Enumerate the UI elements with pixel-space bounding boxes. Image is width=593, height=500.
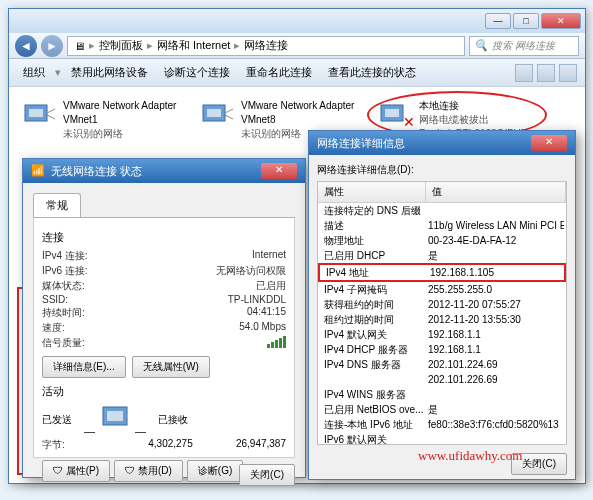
received-label: 已接收 [158,413,188,427]
forward-button[interactable]: ► [41,35,63,57]
details-grid: 属性 值 连接特定的 DNS 后缀描述11b/g Wireless LAN Mi… [317,181,567,445]
sent-label: 已发送 [42,413,72,427]
detail-row: 连接特定的 DNS 后缀 [318,203,566,218]
detail-row: 连接-本地 IPv6 地址fe80::38e3:f76:cfd0:5820%13 [318,417,566,432]
detail-row: 物理地址00-23-4E-DA-FA-12 [318,233,566,248]
detail-row: IPv4 默认网关192.168.1.1 [318,327,566,342]
close-button[interactable]: ✕ [261,163,297,179]
nav-bar: ◄ ► 🖥 ▸ 控制面板 ▸ 网络和 Internet ▸ 网络连接 🔍 搜索 … [9,33,585,59]
main-titlebar: — □ ✕ [9,9,585,33]
search-icon: 🔍 [474,39,488,52]
col-value[interactable]: 值 [426,182,566,202]
col-property[interactable]: 属性 [318,182,426,202]
svg-rect-1 [29,109,43,117]
detail-row: IPv4 DNS 服务器202.101.224.69 [318,357,566,372]
detail-row: IPv4 DHCP 服务器192.168.1.1 [318,342,566,357]
details-titlebar: 网络连接详细信息 ✕ [309,131,575,155]
bytes-label: 字节: [42,438,132,452]
detail-row: IPv4 WINS 服务器 [318,387,566,402]
wireless-status-dialog: 📶 无线网络连接 状态 ✕ 常规 连接 IPv4 连接:InternetIPv6… [22,158,306,478]
toolbar-disable[interactable]: 禁用此网络设备 [65,63,154,82]
network-adapter-icon [21,99,57,131]
bytes-sent-value: 4,302,275 [132,438,209,452]
detail-row: 描述11b/g Wireless LAN Mini PCI Ex [318,218,566,233]
activity-section-label: 活动 [42,384,286,399]
detail-row: 获得租约的时间2012-11-20 07:55:27 [318,297,566,312]
toolbar: 组织 ▾ 禁用此网络设备 诊断这个连接 重命名此连接 查看此连接的状态 [9,59,585,87]
breadcrumb-item[interactable]: 网络和 Internet [157,38,230,53]
status-row: 持续时间:04:41:15 [42,306,286,320]
status-row: IPv6 连接:无网络访问权限 [42,264,286,278]
toolbar-status[interactable]: 查看此连接的状态 [322,63,422,82]
detail-row: 已启用 NetBIOS ove...是 [318,402,566,417]
svg-rect-5 [385,109,399,117]
bytes-recv-value: 26,947,387 [209,438,286,452]
help-icon[interactable] [559,64,577,82]
detail-row: 租约过期的时间2012-11-20 13:55:30 [318,312,566,327]
breadcrumb[interactable]: 🖥 ▸ 控制面板 ▸ 网络和 Internet ▸ 网络连接 [67,36,465,56]
svg-rect-3 [207,109,221,117]
signal-label: 信号质量: [42,336,132,350]
properties-button[interactable]: 🛡 属性(P) [42,460,110,482]
svg-rect-13 [107,411,123,421]
svg-text:✕: ✕ [403,114,413,130]
status-row: 媒体状态:已启用 [42,279,286,293]
wifi-icon: 📶 [31,164,45,178]
close-button[interactable]: ✕ [541,13,581,29]
details-label: 网络连接详细信息(D): [317,163,567,177]
disable-button[interactable]: 🛡 禁用(D) [114,460,183,482]
close-button[interactable]: 关闭(C) [239,464,295,486]
maximize-button[interactable]: □ [513,13,539,29]
preview-icon[interactable] [537,64,555,82]
status-titlebar: 📶 无线网络连接 状态 ✕ [23,159,305,183]
detail-row: 已启用 DHCP是 [318,248,566,263]
status-row: 速度:54.0 Mbps [42,321,286,335]
detail-row: IPv4 地址192.168.1.105 [318,263,566,282]
activity-icon: —— [84,403,146,437]
breadcrumb-item[interactable]: 网络连接 [244,38,288,53]
watermark-text: www.ufidawhy.com [418,448,522,464]
computer-icon: 🖥 [74,40,85,52]
tab-header: 常规 [33,193,295,218]
toolbar-diagnose[interactable]: 诊断这个连接 [158,63,236,82]
status-row: SSID:TP-LINKDDL [42,294,286,305]
toolbar-rename[interactable]: 重命名此连接 [240,63,318,82]
tab-general[interactable]: 常规 [33,193,81,217]
detail-row: IPv6 默认网关 [318,432,566,445]
status-row: IPv4 连接:Internet [42,249,286,263]
detail-row: IPv4 子网掩码255.255.255.0 [318,282,566,297]
connection-details-dialog: 网络连接详细信息 ✕ 网络连接详细信息(D): 属性 值 连接特定的 DNS 后… [308,130,576,480]
details-button[interactable]: 详细信息(E)... [42,356,126,378]
close-button[interactable]: ✕ [531,135,567,151]
signal-bars-icon [267,336,286,348]
connection-section-label: 连接 [42,230,286,245]
network-adapter-icon: ✕ [377,99,413,131]
minimize-button[interactable]: — [485,13,511,29]
view-icon[interactable] [515,64,533,82]
toolbar-organize[interactable]: 组织 [17,63,51,82]
detail-row: 202.101.226.69 [318,372,566,387]
wireless-props-button[interactable]: 无线属性(W) [132,356,210,378]
diagnose-button[interactable]: 诊断(G) [187,460,243,482]
back-button[interactable]: ◄ [15,35,37,57]
breadcrumb-item[interactable]: 控制面板 [99,38,143,53]
search-input[interactable]: 🔍 搜索 网络连接 [469,36,579,56]
network-adapter-icon [199,99,235,131]
